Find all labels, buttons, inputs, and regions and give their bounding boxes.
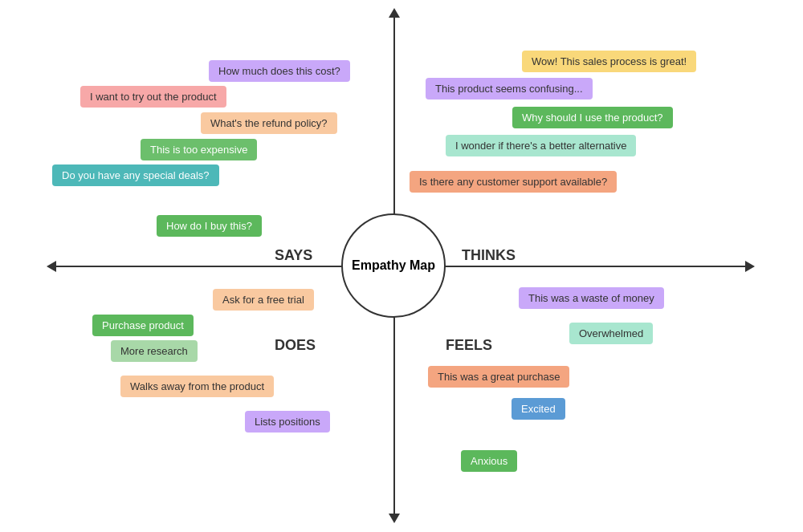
arrow-down — [389, 514, 400, 523]
does-note-2[interactable]: Purchase product — [92, 315, 194, 336]
does-label: DOES — [275, 337, 316, 354]
says-label: SAYS — [275, 247, 312, 264]
feels-label: FEELS — [446, 337, 492, 354]
feels-note-5[interactable]: Anxious — [461, 450, 517, 472]
arrow-up — [389, 8, 400, 18]
says-note-3[interactable]: What's the refund policy? — [201, 112, 337, 134]
says-note-1[interactable]: How much does this cost? — [209, 60, 350, 82]
thinks-note-4[interactable]: I wonder if there's a better alternative — [446, 135, 636, 156]
feels-note-3[interactable]: This was a great purchase — [428, 366, 569, 388]
thinks-label: THINKS — [462, 247, 516, 264]
says-note-2[interactable]: I want to try out the product — [80, 86, 226, 108]
thinks-note-5[interactable]: Is there any customer support available? — [410, 171, 617, 193]
does-note-4[interactable]: Walks away from the product — [120, 376, 274, 397]
feels-note-1[interactable]: This was a waste of money — [519, 287, 664, 309]
thinks-note-1[interactable]: Wow! This sales process is great! — [522, 51, 696, 72]
says-note-5[interactable]: Do you have any special deals? — [52, 164, 219, 186]
center-title: Empathy Map — [352, 258, 435, 273]
does-note-3[interactable]: More research — [111, 340, 198, 362]
arrow-right — [745, 261, 755, 272]
thinks-note-2[interactable]: This product seems confusing... — [426, 78, 593, 99]
empathy-map-canvas: Empathy Map SAYS THINKS DOES FEELS How m… — [0, 0, 803, 532]
does-note-5[interactable]: Lists positions — [245, 411, 330, 433]
feels-note-2[interactable]: Overwhelmed — [569, 323, 653, 344]
center-circle: Empathy Map — [341, 213, 446, 318]
says-note-4[interactable]: This is too expensive — [141, 139, 257, 160]
arrow-left — [47, 261, 56, 272]
says-note-6[interactable]: How do I buy this? — [157, 215, 262, 237]
thinks-note-3[interactable]: Why should I use the product? — [512, 107, 673, 128]
does-note-1[interactable]: Ask for a free trial — [213, 289, 314, 311]
feels-note-4[interactable]: Excited — [512, 398, 565, 420]
